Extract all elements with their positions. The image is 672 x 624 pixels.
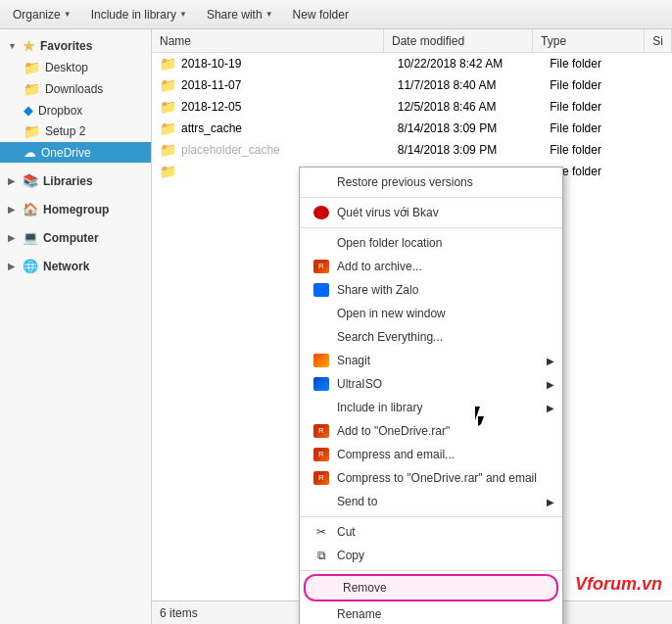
dropbox-icon: ◆ [24,103,33,118]
folder-icon: 📁 [160,77,176,93]
include-library-ctx-icon [312,400,331,415]
network-label: Network [43,260,89,273]
ultraiso-icon [312,376,331,392]
network-expand: ▶ [8,262,18,271]
libraries-header[interactable]: ▶ 📚 Libraries [0,170,151,191]
computer-expand: ▶ [8,233,18,243]
table-row[interactable]: 📁2018-12-05 12/5/2018 8:46 AM File folde… [152,96,672,118]
ctx-snagit[interactable]: Snagit ▶ [300,349,562,372]
network-icon: 🌐 [23,259,38,273]
onedrive-icon: ☁ [24,145,36,160]
ctx-restore-previous[interactable]: Restore previous versions [300,170,562,194]
folder-icon: 📁 [160,164,176,179]
ctx-separator-4 [300,570,562,571]
compress-onedrive-icon: R [312,470,331,486]
sidebar: ▼ ★ Favorites 📁 Desktop 📁 Downloads ◆ Dr… [0,29,152,624]
folder-icon: 📁 [160,142,176,158]
col-header-size[interactable]: Si [645,29,672,52]
favorites-expand: ▼ [8,41,18,51]
ctx-include-library[interactable]: Include in library ▶ [300,396,562,419]
desktop-label: Desktop [45,61,88,74]
share-with-label: Share with [207,8,263,22]
file-list-header: Name Date modified Type Si [152,29,672,53]
ctx-add-onedrive-rar[interactable]: R Add to "OneDrive.rar" [300,419,562,443]
toolbar: Organize ▼ Include in library ▼ Share wi… [0,0,672,29]
sidebar-item-downloads[interactable]: 📁 Downloads [0,78,151,100]
col-header-type[interactable]: Type [533,29,645,52]
table-row[interactable]: 📁placeholder_cache 8/14/2018 3:09 PM Fil… [152,139,672,161]
homegroup-icon: 🏠 [23,202,38,216]
col-header-name[interactable]: Name [152,29,384,52]
downloads-folder-icon: 📁 [24,81,40,97]
ctx-cut[interactable]: ✂ Cut [300,520,562,544]
ctx-rename[interactable]: Rename [300,602,562,624]
table-row[interactable]: 📁attrs_cache 8/14/2018 3:09 PM File fold… [152,118,672,139]
content-area: Name Date modified Type Si 📁2018-10-19 1… [152,29,672,624]
homegroup-section: ▶ 🏠 Homegroup [0,193,151,221]
table-row[interactable]: 📁2018-11-07 11/7/2018 8:40 AM File folde… [152,74,672,96]
items-count: 6 items [160,606,198,620]
computer-header[interactable]: ▶ 💻 Computer [0,227,151,248]
libraries-icon: 📚 [23,173,38,188]
new-window-icon [312,306,331,321]
copy-icon: ⧉ [312,548,331,563]
homegroup-label: Homegroup [43,203,109,216]
favorites-label: Favorites [40,39,92,53]
favorites-header[interactable]: ▼ ★ Favorites [0,35,151,57]
libraries-label: Libraries [43,174,93,188]
new-folder-label: New folder [293,8,349,22]
snagit-submenu-arrow: ▶ [547,356,554,366]
ctx-open-folder[interactable]: Open folder location [300,231,562,255]
ctx-scan-bkav[interactable]: Quét virus với Bkav [300,201,562,224]
context-menu: Restore previous versions Quét virus với… [299,167,563,624]
favorites-section: ▼ ★ Favorites 📁 Desktop 📁 Downloads ◆ Dr… [0,29,151,165]
watermark-text: forum.vn [587,574,662,594]
col-header-date[interactable]: Date modified [384,29,533,52]
network-header[interactable]: ▶ 🌐 Network [0,256,151,276]
downloads-label: Downloads [45,82,103,96]
ctx-add-archive[interactable]: R Add to archive... [300,255,562,278]
sidebar-item-onedrive[interactable]: ☁ OneDrive [0,142,151,163]
share-with-button[interactable]: Share with ▼ [198,3,282,26]
organize-arrow: ▼ [64,10,72,19]
sidebar-item-dropbox[interactable]: ◆ Dropbox [0,100,151,120]
archive-icon: R [312,259,331,274]
folder-icon: 📁 [160,120,176,136]
ctx-separator-2 [300,227,562,228]
homegroup-header[interactable]: ▶ 🏠 Homegroup [0,199,151,219]
ctx-compress-onedrive-email[interactable]: R Compress to "OneDrive.rar" and email [300,466,562,490]
onedrive-rar-icon: R [312,423,331,439]
table-row[interactable]: 📁2018-10-19 10/22/2018 8:42 AM File fold… [152,53,672,74]
ctx-compress-email[interactable]: R Compress and email... [300,443,562,466]
search-everything-icon [312,329,331,345]
homegroup-expand: ▶ [8,205,18,215]
include-library-button[interactable]: Include in library ▼ [82,3,196,26]
folder-icon: 📁 [160,99,176,115]
favorites-star-icon: ★ [23,38,35,54]
setup2-label: Setup 2 [45,124,85,138]
send-to-icon [312,494,331,509]
open-folder-icon [312,235,331,251]
rename-icon [312,606,331,622]
include-library-label: Include in library [91,8,176,22]
sidebar-item-desktop[interactable]: 📁 Desktop [0,57,151,78]
watermark-v: V [575,574,587,594]
ctx-copy[interactable]: ⧉ Copy [300,544,562,567]
ctx-ultraiso[interactable]: UltraISO ▶ [300,372,562,396]
ctx-open-new-window[interactable]: Open in new window [300,302,562,325]
ctx-remove[interactable]: Remove [304,574,558,601]
new-folder-button[interactable]: New folder [284,3,358,26]
share-with-arrow: ▼ [265,10,273,19]
compress-email-icon: R [312,447,331,462]
ctx-search-everything[interactable]: Search Everything... [300,325,562,349]
zalo-icon [312,282,331,298]
ctx-separator-3 [300,516,562,517]
sidebar-item-setup2[interactable]: 📁 Setup 2 [0,120,151,142]
libraries-expand: ▶ [8,176,18,186]
send-to-arrow: ▶ [547,497,554,507]
restore-icon [312,174,331,190]
ctx-send-to[interactable]: Send to ▶ [300,490,562,513]
ctx-share-zalo[interactable]: Share with Zalo [300,278,562,302]
computer-section: ▶ 💻 Computer [0,221,151,250]
organize-button[interactable]: Organize ▼ [4,3,80,26]
